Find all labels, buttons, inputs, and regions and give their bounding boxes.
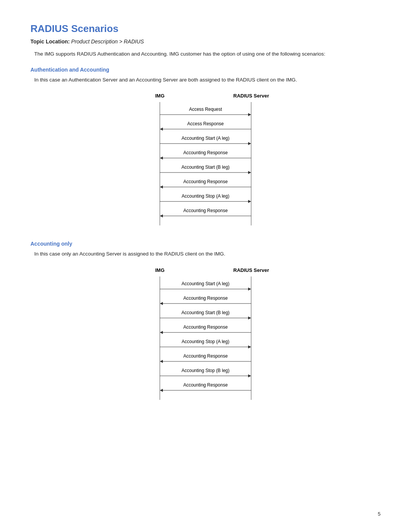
svg-marker-24 <box>248 200 251 203</box>
svg-text:Accounting Response: Accounting Response <box>183 324 228 330</box>
svg-text:Accounting Start (B leg): Accounting Start (B leg) <box>182 310 230 315</box>
svg-text:Accounting Response: Accounting Response <box>183 353 228 359</box>
section-heading-auth-accounting: Authentication and Accounting <box>30 67 381 73</box>
topic-location-label: Topic Location: <box>30 38 70 45</box>
page-number: 5 <box>378 511 381 517</box>
svg-text:Accounting Stop (A leg): Accounting Stop (A leg) <box>182 339 229 344</box>
sequence-diagram-auth-accounting: IMGRADIUS ServerAccess RequestAccess Res… <box>141 91 270 229</box>
svg-marker-15 <box>160 157 163 160</box>
svg-text:Accounting Response: Accounting Response <box>183 150 228 155</box>
svg-marker-49 <box>160 360 163 363</box>
svg-marker-43 <box>160 331 163 334</box>
svg-text:Accounting Response: Accounting Response <box>183 179 228 184</box>
svg-text:Accounting Response: Accounting Response <box>183 296 228 301</box>
svg-marker-27 <box>160 214 163 217</box>
svg-text:Accounting Response: Accounting Response <box>183 382 228 388</box>
svg-marker-6 <box>248 113 251 116</box>
section-description-accounting-only: In this case only an Accounting Server i… <box>30 250 381 258</box>
svg-marker-12 <box>248 142 251 145</box>
svg-text:Accounting Start (A leg): Accounting Start (A leg) <box>182 136 229 141</box>
svg-text:RADIUS Server: RADIUS Server <box>233 267 269 273</box>
topic-location: Topic Location: Product Description > RA… <box>30 38 381 45</box>
svg-text:RADIUS Server: RADIUS Server <box>233 93 269 99</box>
svg-marker-9 <box>160 128 163 131</box>
svg-text:Accounting Stop (B leg): Accounting Stop (B leg) <box>182 368 229 373</box>
svg-text:Access Response: Access Response <box>187 121 224 126</box>
svg-marker-40 <box>248 316 251 320</box>
section-accounting-only: Accounting onlyIn this case only an Acco… <box>30 241 381 404</box>
svg-marker-18 <box>248 171 251 174</box>
svg-text:Accounting Response: Accounting Response <box>183 208 228 213</box>
section-auth-accounting: Authentication and AccountingIn this cas… <box>30 67 381 230</box>
svg-text:IMG: IMG <box>155 93 165 99</box>
section-description-auth-accounting: In this case an Authentication Server an… <box>30 76 381 84</box>
svg-text:Accounting Stop (A leg): Accounting Stop (A leg) <box>182 193 229 199</box>
svg-text:IMG: IMG <box>155 267 165 273</box>
intro-text: The IMG supports RADIUS Authentication a… <box>30 50 381 58</box>
svg-text:Accounting Start (A leg): Accounting Start (A leg) <box>182 281 229 286</box>
sequence-diagram-accounting-only: IMGRADIUS ServerAccounting Start (A leg)… <box>141 265 270 404</box>
svg-marker-21 <box>160 185 163 189</box>
page-title: RADIUS Scenarios <box>30 23 381 35</box>
topic-location-value: Product Description > RADIUS <box>71 38 144 45</box>
svg-text:Accounting Start (B leg): Accounting Start (B leg) <box>182 165 230 170</box>
svg-marker-46 <box>248 345 251 348</box>
svg-marker-55 <box>160 389 163 392</box>
svg-marker-37 <box>160 302 163 305</box>
section-heading-accounting-only: Accounting only <box>30 241 381 247</box>
svg-text:Access Request: Access Request <box>189 107 222 112</box>
svg-marker-52 <box>248 374 251 377</box>
svg-marker-34 <box>248 288 251 291</box>
